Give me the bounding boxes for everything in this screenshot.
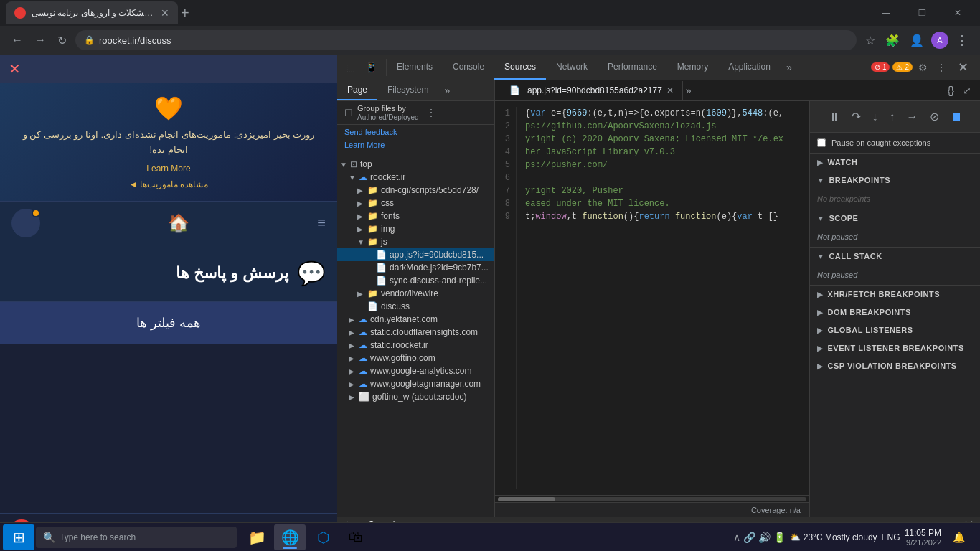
notification-close-button[interactable]: ✕ — [9, 60, 21, 77]
tree-item-static-roocket[interactable]: ▶ ☁ static.roocket.ir — [337, 339, 494, 352]
tree-item-yektanet[interactable]: ▶ ☁ cdn.yektanet.com — [337, 313, 494, 326]
xhr-section-header[interactable]: ▶ XHR/fetch Breakpoints — [810, 286, 980, 303]
forward-button[interactable]: → — [32, 31, 49, 50]
pause-button[interactable]: ⏸ — [824, 108, 844, 126]
dom-section-header[interactable]: ▶ DOM Breakpoints — [810, 303, 980, 321]
maximize-button[interactable]: ❐ — [905, 0, 938, 26]
tab-close-button[interactable]: ✕ — [161, 7, 169, 19]
tree-item-roocket[interactable]: ▼ ☁ roocket.ir — [337, 171, 494, 184]
back-button[interactable]: ← — [9, 31, 26, 50]
taskbar-store-button[interactable]: 🛍 — [340, 524, 372, 550]
tree-item-goftino[interactable]: ▶ ☁ www.goftino.com — [337, 352, 494, 364]
horizontal-scrollbar[interactable] — [495, 495, 809, 502]
tree-item-cdn[interactable]: ▶ 📁 cdn-cgi/scripts/5c5dd728/ — [337, 184, 494, 197]
network-icon[interactable]: 🔗 — [743, 532, 755, 543]
file-tab-more-button[interactable]: » — [683, 80, 694, 100]
clock[interactable]: 11:05 PM 9/21/2022 — [905, 528, 941, 547]
more-tabs-button[interactable]: » — [781, 62, 798, 73]
csp-section-header[interactable]: ▶ CSP Violation Breakpoints — [810, 357, 980, 375]
new-tab-button[interactable]: + — [181, 5, 189, 22]
pause-exceptions-button[interactable]: ⏹ — [946, 108, 966, 126]
warn-badge[interactable]: ⚠ 2 — [892, 62, 913, 72]
call-stack-section-header[interactable]: ▼ Call Stack — [810, 248, 980, 265]
user-avatar[interactable] — [11, 209, 40, 237]
tree-item-darkmode[interactable]: 📄 darkMode.js?id=9cb7b7... — [337, 261, 494, 274]
refresh-button[interactable]: ↻ — [55, 31, 70, 50]
tree-item-css[interactable]: ▶ 📁 css — [337, 197, 494, 209]
tab-performance[interactable]: Performance — [598, 55, 667, 80]
filter-button[interactable]: همه فیلتر ها — [0, 302, 337, 344]
device-icon[interactable]: 📱 — [362, 59, 380, 76]
tree-item-goftinow[interactable]: ▶ ⬜ goftino_w (about:srcdoc) — [337, 390, 494, 403]
call-stack-content: Not paused — [810, 265, 980, 285]
tree-item-cloudflare[interactable]: ▶ ☁ static.cloudflareinsights.com — [337, 326, 494, 339]
close-button[interactable]: ✕ — [941, 0, 974, 26]
source-page-tab[interactable]: Page — [337, 80, 377, 100]
settings-icon[interactable]: ⚙ — [915, 59, 930, 76]
tab-network[interactable]: Network — [546, 55, 598, 80]
global-section-header[interactable]: ▶ Global Listeners — [810, 321, 980, 339]
inspect-icon[interactable]: ⬚ — [343, 59, 358, 76]
taskbar-file-explorer-button[interactable]: 📁 — [241, 524, 273, 550]
source-filesystem-tab[interactable]: Filesystem — [377, 80, 438, 100]
hamburger-menu-button[interactable]: ≡ — [317, 215, 326, 231]
tree-item-js[interactable]: ▼ 📁 js — [337, 235, 494, 248]
start-button[interactable]: ⊞ — [3, 524, 34, 550]
profile-icon[interactable]: 👤 — [907, 31, 927, 50]
step-button[interactable]: → — [903, 108, 923, 126]
deactivate-button[interactable]: ⊘ — [925, 107, 943, 126]
breakpoints-section-header[interactable]: ▼ Breakpoints — [810, 171, 980, 189]
step-into-button[interactable]: ↓ — [868, 108, 882, 126]
format-button[interactable]: {} — [945, 82, 957, 99]
tree-item-gtm[interactable]: ▶ ☁ www.googletagmanager.com — [337, 377, 494, 390]
mission-link[interactable]: ◄ مشاهده ماموریت‌ها — [11, 179, 326, 189]
watch-section-header[interactable]: ▶ Watch — [810, 154, 980, 171]
profile-avatar[interactable]: A — [931, 32, 948, 49]
step-over-button[interactable]: ↷ — [847, 107, 865, 126]
source-more-tabs-button[interactable]: » — [438, 80, 456, 100]
scope-section-header[interactable]: ▼ Scope — [810, 209, 980, 227]
source-toolbar-more[interactable]: ⋮ — [422, 105, 440, 120]
open-file-tab[interactable]: 📄 app.js?id=90bdcbd8155a6d2a2177 ✕ — [501, 81, 683, 100]
tree-item-top[interactable]: ▼ ⊡ top — [337, 158, 494, 171]
browser-menu-button[interactable]: ⋮ — [953, 29, 971, 51]
tree-item-vendor[interactable]: ▶ 📁 vendor/livewire — [337, 287, 494, 300]
file-tab-close-button[interactable]: ✕ — [666, 85, 674, 95]
tab-elements[interactable]: Elements — [387, 55, 443, 80]
devtools-close-button[interactable]: ✕ — [952, 57, 974, 78]
url-bar[interactable]: 🔒 roocket.ir/discuss — [75, 30, 857, 50]
event-section-header[interactable]: ▶ Event Listener Breakpoints — [810, 339, 980, 357]
tree-item-sync[interactable]: 📄 sync-discuss-and-replie... — [337, 274, 494, 287]
tab-sources[interactable]: Sources — [494, 55, 546, 80]
learn-more-link[interactable]: Learn More — [11, 164, 326, 174]
code-content[interactable]: 1 2 3 4 5 6 7 8 9 — [495, 101, 809, 495]
tree-item-img[interactable]: ▶ 📁 img — [337, 222, 494, 235]
tab-memory[interactable]: Memory — [667, 55, 718, 80]
error-badge[interactable]: ⊘ 1 — [871, 62, 890, 72]
tree-item-google-analytics[interactable]: ▶ ☁ www.google-analytics.com — [337, 364, 494, 377]
pretty-print-button[interactable]: ⤢ — [960, 82, 974, 99]
bookmark-icon[interactable]: ☆ — [862, 31, 878, 50]
taskbar-vscode-button[interactable]: ⬡ — [307, 524, 339, 550]
taskbar-chrome-button[interactable]: 🌐 — [274, 524, 306, 550]
minimize-button[interactable]: — — [870, 0, 903, 26]
send-feedback-link[interactable]: Send feedback — [337, 125, 494, 139]
up-arrow-icon[interactable]: ∧ — [733, 532, 740, 543]
battery-icon[interactable]: 🔋 — [773, 532, 786, 543]
pause-on-caught-checkbox[interactable] — [817, 138, 826, 147]
taskbar-search[interactable]: 🔍 Type here to search — [36, 527, 237, 548]
learn-more-devtools-link[interactable]: Learn More — [337, 139, 494, 155]
tree-item-appjs[interactable]: 📄 app.js?id=90bdcbd815... — [337, 248, 494, 261]
notification-center-button[interactable]: 🔔 — [946, 524, 971, 550]
tree-item-discuss[interactable]: 📄 discuss — [337, 300, 494, 313]
tree-item-fonts[interactable]: ▶ 📁 fonts — [337, 209, 494, 222]
tab-console[interactable]: Console — [443, 55, 494, 80]
group-files-checkbox[interactable]: ☐ — [343, 106, 354, 120]
overflow-icon[interactable]: ⋮ — [933, 59, 949, 76]
extension-icon[interactable]: 🧩 — [882, 31, 903, 50]
step-out-button[interactable]: ↑ — [885, 108, 900, 126]
active-tab[interactable]: حل مشکلات و ارورهای برنامه نویسی ✕ — [6, 1, 178, 24]
volume-icon[interactable]: 🔊 — [758, 532, 771, 543]
scroll-thumb[interactable] — [498, 497, 555, 501]
tab-application[interactable]: Application — [718, 55, 781, 80]
